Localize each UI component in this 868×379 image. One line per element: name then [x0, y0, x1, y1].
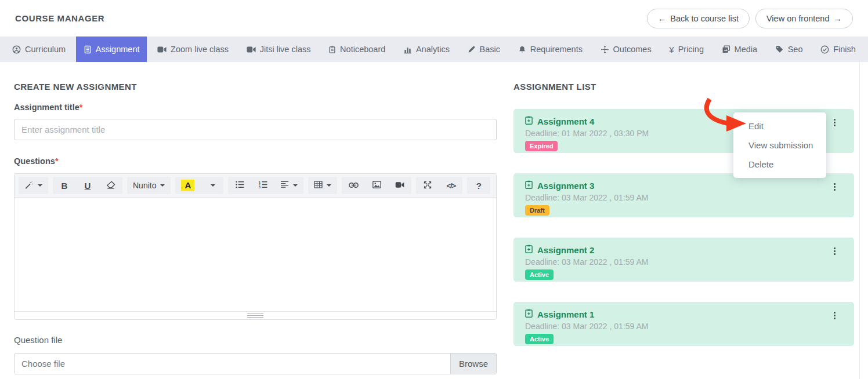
media-icon [722, 45, 730, 53]
context-menu: EditView submissionDelete [733, 112, 826, 178]
toolbar-group: A [175, 177, 223, 194]
color-caret-button[interactable] [200, 177, 223, 194]
content-right-edge [859, 62, 860, 379]
toolbar-group [19, 177, 48, 194]
kebab-menu-button[interactable] [833, 246, 837, 256]
clipboard-plus-icon [525, 180, 533, 191]
table-icon [314, 181, 323, 190]
chevron-down-icon [293, 184, 298, 187]
menu-item-view-submission[interactable]: View submission [733, 136, 826, 155]
assignment-title-input[interactable] [14, 119, 497, 140]
back-to-course-list-button[interactable]: ← Back to course list [647, 9, 750, 28]
chevron-down-icon [160, 184, 165, 187]
rich-text-editor: BUNunitoA123</>? [14, 173, 497, 320]
tab-zoom-live-class[interactable]: Zoom live class [150, 37, 236, 62]
editor-statusbar [15, 311, 496, 319]
kebab-menu-button[interactable] [833, 118, 837, 127]
tab-media[interactable]: Media [714, 37, 765, 62]
table-button[interactable] [308, 177, 337, 194]
tab-pricing[interactable]: ¥ Pricing [661, 37, 711, 62]
bold-button[interactable]: B [53, 177, 76, 194]
font-name-label: Nunito [133, 181, 156, 190]
color-button[interactable]: A [175, 177, 200, 194]
font-color-icon: A [181, 180, 194, 191]
tab-requirements[interactable]: Requirements [511, 37, 590, 62]
fontname-button[interactable]: Nunito [127, 177, 171, 194]
clipboard-plus-icon [525, 116, 533, 126]
right-arrow-icon: → [834, 14, 842, 23]
list-ol-button[interactable]: 123 [251, 177, 274, 194]
chevron-down-icon [211, 184, 215, 187]
tab-curriculum[interactable]: Curriculum [5, 37, 73, 62]
left-arrow-icon: ← [658, 14, 667, 23]
status-badge: Active [525, 269, 554, 280]
question-file-input[interactable]: Choose file Browse [14, 353, 497, 374]
link-icon [349, 181, 359, 190]
frontend-button-label: View on frontend [766, 14, 830, 23]
video-icon [247, 46, 256, 53]
underline-icon: U [85, 181, 91, 191]
assignment-card: Assignment 1 Deadline: 03 Mar 2022 , 01:… [513, 302, 854, 346]
tab-bar: Curriculum Assignment Zoom live class Ji… [0, 37, 868, 62]
file-text-icon [84, 45, 92, 54]
toolbar-group: BU [53, 177, 122, 194]
assignment-title: Assignment 2 [537, 245, 594, 255]
video-icon [157, 46, 167, 53]
help-button[interactable]: ? [467, 177, 490, 194]
kebab-menu-button[interactable] [833, 311, 837, 320]
tab-outcomes[interactable]: Outcomes [593, 37, 659, 62]
code-view-icon: </> [446, 181, 455, 190]
assignment-card: Assignment 3 Deadline: 03 Mar 2022 , 01:… [513, 173, 854, 217]
bold-icon: B [62, 181, 68, 191]
menu-item-edit[interactable]: Edit [733, 116, 826, 136]
create-section-title: CREATE NEW ASSIGNMENT [14, 82, 497, 92]
magic-button[interactable] [19, 177, 48, 194]
toolbar-group: Nunito [127, 177, 171, 194]
main-content: CREATE NEW ASSIGNMENT Assignment title* … [0, 62, 868, 374]
picture-icon [372, 181, 381, 190]
move-icon [601, 45, 609, 54]
tab-basic[interactable]: Basic [460, 37, 508, 62]
tab-seo[interactable]: Seo [768, 37, 811, 62]
clipboard-icon [328, 45, 336, 54]
assignment-title: Assignment 1 [537, 309, 594, 319]
bell-icon [518, 45, 526, 54]
menu-item-delete[interactable]: Delete [733, 155, 826, 174]
status-badge: Expired [525, 141, 558, 151]
codeview-button[interactable]: </> [439, 177, 462, 194]
view-on-frontend-button[interactable]: View on frontend → [755, 9, 853, 28]
assignment-title: Assignment 3 [537, 181, 594, 191]
tab-noticeboard[interactable]: Noticeboard [321, 37, 393, 62]
video-button[interactable] [388, 177, 411, 194]
paragraph-icon [280, 181, 289, 190]
assignment-title: Assignment 4 [537, 116, 594, 126]
check-circle-icon [820, 45, 829, 54]
fullscreen-icon [424, 181, 432, 191]
editor-content-area[interactable] [15, 198, 496, 311]
list-ul-button[interactable] [228, 177, 251, 194]
tab-finish[interactable]: Finish [813, 37, 863, 62]
toolbar-group [308, 177, 337, 194]
picture-button[interactable] [365, 177, 388, 194]
link-button[interactable] [342, 177, 365, 194]
fullscreen-button[interactable] [416, 177, 439, 194]
browse-button[interactable]: Browse [450, 354, 496, 374]
create-assignment-panel: CREATE NEW ASSIGNMENT Assignment title* … [14, 82, 497, 374]
tab-analytics[interactable]: Analytics [396, 37, 457, 62]
back-button-label: Back to course list [670, 14, 739, 23]
eraser-button[interactable] [99, 177, 122, 194]
clipboard-plus-icon [525, 309, 533, 319]
svg-text:3: 3 [259, 185, 261, 188]
list-ul-icon [236, 181, 244, 190]
tab-assignment[interactable]: Assignment [76, 37, 147, 62]
status-badge: Active [525, 334, 554, 344]
assignment-title-label: Assignment title* [14, 103, 497, 112]
assignment-card: Assignment 2 Deadline: 03 Mar 2022 , 01:… [513, 238, 854, 282]
assignment-deadline: Deadline: 03 Mar 2022 , 01:59 AM [525, 193, 842, 202]
kebab-menu-button[interactable] [833, 182, 837, 192]
tab-jitsi-live-class[interactable]: Jitsi live class [239, 37, 319, 62]
paragraph-button[interactable] [274, 177, 303, 194]
underline-button[interactable]: U [76, 177, 99, 194]
bar-chart-icon [403, 45, 412, 54]
resize-handle[interactable] [247, 314, 263, 318]
